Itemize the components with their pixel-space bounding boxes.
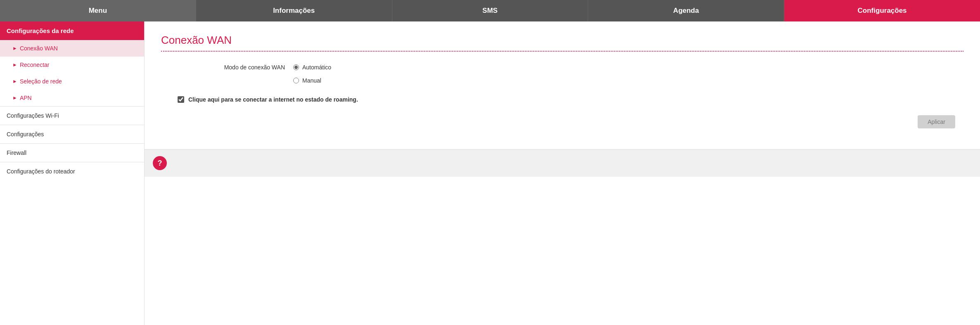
wan-form: Modo de conexão WAN Automático Manual (161, 64, 963, 84)
content-area: Conexão WAN Modo de conexão WAN Automáti… (145, 21, 980, 325)
radio-auto-text: Automático (302, 64, 331, 71)
help-bar: ? (145, 149, 980, 177)
nav-informacoes[interactable]: Informações (196, 0, 392, 21)
main-layout: Configurações da rede ► Conexão WAN ► Re… (0, 21, 980, 325)
sidebar-item-configuracoes[interactable]: Configurações (0, 125, 144, 143)
nav-menu[interactable]: Menu (0, 0, 196, 21)
arrow-icon: ► (12, 95, 17, 101)
radio-auto-label[interactable]: Automático (293, 64, 331, 71)
wan-mode-label: Modo de conexão WAN (194, 64, 285, 71)
apply-area: Aplicar (161, 115, 963, 128)
sidebar-item-apn[interactable]: ► APN (0, 90, 144, 106)
nav-sms[interactable]: SMS (392, 0, 588, 21)
top-nav: Menu Informações SMS Agenda Configuraçõe… (0, 0, 980, 21)
sidebar-item-wifi[interactable]: Configurações Wi-Fi (0, 106, 144, 125)
sidebar-item-roteador[interactable]: Configurações do roteador (0, 162, 144, 180)
roaming-checkbox-row: Clique aqui para se conectar a internet … (178, 96, 963, 103)
sidebar-section-configuracoes-rede[interactable]: Configurações da rede (0, 21, 144, 40)
wan-mode-row-auto: Modo de conexão WAN Automático (194, 64, 963, 71)
sidebar-item-reconectar[interactable]: ► Reconectar (0, 57, 144, 73)
radio-manual-text: Manual (302, 77, 321, 84)
help-icon[interactable]: ? (153, 156, 167, 170)
apply-button[interactable]: Aplicar (918, 115, 955, 128)
arrow-icon: ► (12, 62, 17, 68)
radio-auto[interactable] (293, 64, 299, 70)
radio-manual-label[interactable]: Manual (293, 77, 321, 84)
sidebar-item-firewall[interactable]: Firewall (0, 143, 144, 162)
divider (161, 51, 963, 52)
sidebar: Configurações da rede ► Conexão WAN ► Re… (0, 21, 145, 325)
page-title: Conexão WAN (161, 34, 963, 47)
arrow-icon: ► (12, 45, 17, 51)
content-inner: Conexão WAN Modo de conexão WAN Automáti… (145, 21, 980, 149)
radio-manual[interactable] (293, 78, 299, 83)
wan-mode-row-manual: Manual (194, 77, 963, 84)
nav-agenda[interactable]: Agenda (588, 0, 784, 21)
sidebar-item-conexao-wan[interactable]: ► Conexão WAN (0, 40, 144, 57)
arrow-icon: ► (12, 78, 17, 84)
roaming-checkbox[interactable] (178, 96, 184, 103)
nav-configuracoes[interactable]: Configurações (784, 0, 980, 21)
sidebar-item-selecao-rede[interactable]: ► Seleção de rede (0, 73, 144, 90)
roaming-label[interactable]: Clique aqui para se conectar a internet … (188, 96, 358, 103)
